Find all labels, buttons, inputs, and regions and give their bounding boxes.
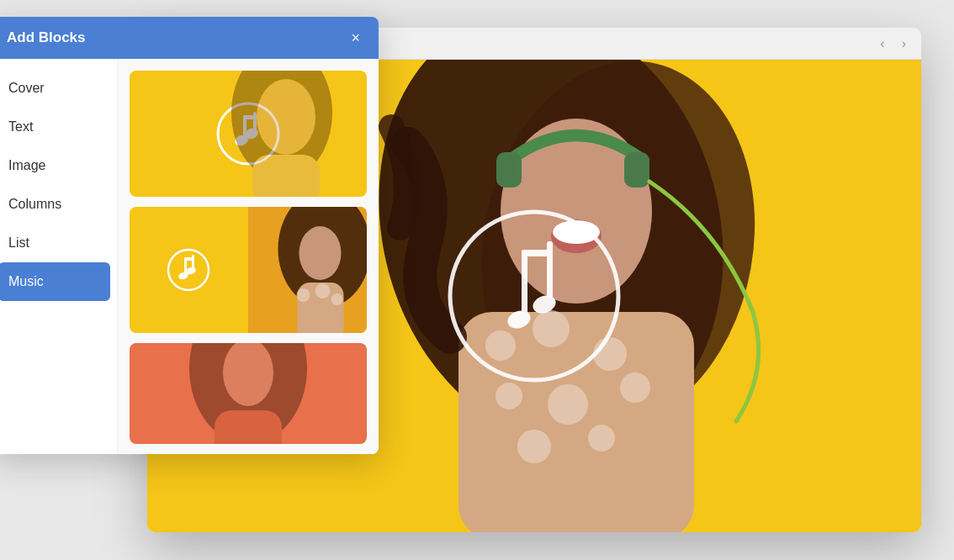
svg-rect-33 bbox=[192, 255, 194, 269]
block-2-left bbox=[130, 207, 248, 333]
svg-point-23 bbox=[257, 79, 315, 155]
add-blocks-panel: Add Blocks × Cover Text Image Columns Li… bbox=[0, 17, 379, 454]
panel-title: Add Blocks bbox=[7, 29, 86, 46]
panel-body: Cover Text Image Columns List Music bbox=[0, 59, 379, 454]
panel-sidebar: Cover Text Image Columns List Music bbox=[0, 59, 118, 454]
browser-nav: ‹ › bbox=[875, 34, 911, 53]
svg-rect-13 bbox=[624, 152, 649, 188]
music-block-card-1[interactable] bbox=[130, 71, 367, 197]
block-2-right bbox=[248, 207, 367, 333]
svg-rect-34 bbox=[184, 257, 194, 261]
svg-rect-19 bbox=[522, 250, 553, 256]
svg-point-16 bbox=[450, 212, 618, 380]
svg-point-41 bbox=[297, 288, 310, 302]
sidebar-item-cover[interactable]: Cover bbox=[0, 69, 117, 108]
svg-point-39 bbox=[299, 226, 342, 280]
svg-point-11 bbox=[588, 425, 615, 452]
svg-rect-12 bbox=[496, 152, 522, 188]
sidebar-item-music[interactable]: Music bbox=[0, 262, 110, 301]
music-block-card-3[interactable] bbox=[130, 343, 367, 444]
svg-rect-24 bbox=[252, 155, 320, 197]
sidebar-item-text[interactable]: Text bbox=[0, 108, 117, 146]
sidebar-item-columns[interactable]: Columns bbox=[0, 185, 117, 224]
browser-forward-button[interactable]: › bbox=[897, 34, 911, 53]
music-note-overlay bbox=[442, 203, 627, 388]
svg-point-42 bbox=[315, 283, 331, 298]
music-icon-2 bbox=[166, 247, 212, 293]
panel-blocks-grid bbox=[118, 59, 379, 454]
sidebar-item-list[interactable]: List bbox=[0, 224, 117, 262]
panel-close-button[interactable]: × bbox=[347, 29, 363, 47]
svg-point-10 bbox=[517, 430, 551, 463]
sidebar-item-image[interactable]: Image bbox=[0, 146, 117, 185]
browser-back-button[interactable]: ‹ bbox=[875, 34, 889, 53]
panel-header: Add Blocks × bbox=[0, 17, 379, 59]
svg-point-20 bbox=[505, 308, 533, 331]
svg-point-43 bbox=[331, 293, 343, 305]
svg-rect-46 bbox=[215, 410, 282, 444]
svg-rect-17 bbox=[522, 250, 527, 317]
music-block-card-2[interactable] bbox=[130, 207, 367, 333]
svg-point-21 bbox=[530, 293, 558, 316]
svg-point-8 bbox=[548, 384, 588, 425]
